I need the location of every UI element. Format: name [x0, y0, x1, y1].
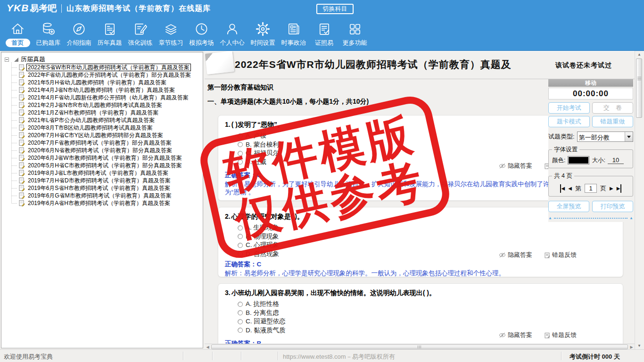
hide-answer-link[interactable]: 隐藏答案: [499, 251, 532, 259]
tree-item[interactable]: 2020年7月H省C市Y区幼儿园教师招聘部分真题及答案: [17, 132, 203, 139]
tree-item-label: 2021年2月J省N市R市幼儿园教师招聘考试真题及答案: [27, 102, 163, 108]
font-color-swatch[interactable]: [568, 156, 589, 165]
tree-item[interactable]: 2021年1月Z省H市教师招聘（学前教育）真题及答案: [17, 109, 203, 116]
toolbar-item-personal-center[interactable]: 个人中心: [217, 17, 248, 50]
submit-paper-button[interactable]: 交 卷: [592, 102, 634, 114]
dropdown-button[interactable]: [625, 132, 633, 141]
start-exam-button[interactable]: 开始考试: [548, 102, 590, 114]
radio-button[interactable]: [238, 151, 243, 156]
tree-item[interactable]: 2019年6月G省M市教师招聘考试（学前教育）真题及答案: [17, 192, 203, 199]
option-row[interactable]: C. 心理现象: [238, 241, 616, 250]
tree-item[interactable]: 2022年S省W市R市幼儿园教师招聘考试（学前教育）真题及答案: [17, 64, 203, 71]
redo-wrong-button[interactable]: 错题重做: [592, 116, 634, 127]
tree-item[interactable]: 2019年8月J省L市教师招聘考试（学前教育）真题及答案: [17, 169, 203, 177]
tree-item[interactable]: 2021年L省P市公办幼儿园教师招聘考试真题及答案: [17, 116, 203, 124]
tree-item[interactable]: 2022年F省幼儿园教师公开招聘考试（学前教育）部分真题及答案: [17, 71, 203, 79]
tree-item-label: 2020年5月H省C市教师招聘考试（学前教育）部分真题及答案: [27, 162, 183, 169]
radio-button[interactable]: [238, 251, 243, 256]
next-page-icon[interactable]: ▶: [610, 184, 613, 193]
tree-item[interactable]: 2019年6月A省H市教师招聘考试（学前教育）真题及答案: [17, 199, 203, 207]
tree-item[interactable]: 2020年8月T市B区幼儿园教师招聘考试真题及答案: [17, 124, 203, 132]
tree-item[interactable]: 2021年4月F省幼儿园新任教师公开招聘（幼儿教育）真题及答案: [17, 94, 203, 101]
toolbar-item-mock-exam[interactable]: 模拟考场: [186, 17, 217, 50]
option-row[interactable]: B. 物理现象: [238, 232, 616, 241]
switch-subject-button[interactable]: 切换科目: [316, 4, 354, 14]
answer-analysis: 解析：易老师分析，心理学是研究心理现象的科学。一般认为，心理现象包括心理过程和个…: [225, 269, 615, 277]
answer-card-mode-button[interactable]: 题卡模式: [548, 116, 590, 127]
option-row[interactable]: A. 抗拒性格: [238, 300, 616, 309]
toolbar-item-home[interactable]: 首页: [2, 17, 33, 50]
horizontal-scrollbar[interactable]: ◀ ▶: [205, 344, 635, 349]
grid-icon: [347, 21, 363, 37]
radio-button[interactable]: [238, 328, 243, 333]
tree-item[interactable]: 2020年6月J省W市教师招聘考试（学前教育）部分真题及答案: [17, 154, 203, 162]
wrong-feedback-link[interactable]: 错题反馈: [545, 251, 577, 259]
scroll-up-icon[interactable]: ▲: [635, 52, 644, 57]
toolbar-item-guide[interactable]: 介绍指南: [64, 17, 94, 50]
tree-item[interactable]: 2019年6月S省H市教师招聘考试（学前教育）真题及答案: [17, 184, 203, 192]
option-row[interactable]: C. 回避型依恋: [238, 317, 616, 326]
tree-item-label: 2019年8月J省L市教师招聘考试（学前教育）真题及答案: [27, 170, 169, 176]
hide-answer-label: 隐藏答案: [508, 162, 532, 170]
toolbar-item-zhengzhaoyi[interactable]: 证照易: [309, 17, 339, 50]
tree-item[interactable]: 2021年4月J省N市幼儿园教师招聘（学前教育）真题及答案: [17, 86, 203, 94]
first-page-icon[interactable]: ◀: [560, 184, 565, 193]
tree-item[interactable]: 2020年6月N省教师招聘考试（学前教育）部分真题及答案: [17, 147, 203, 154]
fullscreen-preview-button[interactable]: 全屏预览: [548, 201, 589, 212]
hide-answer-link[interactable]: 隐藏答案: [499, 331, 532, 339]
scroll-down-icon[interactable]: ▼: [635, 344, 644, 348]
panel-drag-bar[interactable]: 移动: [548, 79, 633, 87]
toolbar-item-past-papers[interactable]: 历年真题: [94, 17, 125, 50]
toolbar-item-training[interactable]: 强化训练: [125, 17, 156, 50]
last-page-icon[interactable]: ▶: [617, 184, 622, 193]
exam-title: 2022年S省W市R市幼儿园教师招聘考试（学前教育）真题及: [235, 58, 512, 71]
scroll-right-icon[interactable]: ▶: [628, 345, 635, 349]
document-pencil-icon: [19, 87, 25, 93]
radio-button[interactable]: [238, 243, 243, 248]
question-type-select[interactable]: 第一部分教: [577, 132, 633, 142]
tree-item-label: 2020年6月J省W市教师招聘考试（学前教育）部分真题及答案: [27, 155, 183, 161]
option-label: A. 生理现象: [246, 223, 279, 232]
radio-button[interactable]: [238, 133, 243, 139]
tree-root-past-papers[interactable]: 历届真题: [5, 56, 203, 63]
horizontal-scrollbar-thumb[interactable]: [211, 345, 628, 349]
radio-button[interactable]: [238, 234, 243, 239]
radio-button[interactable]: [238, 310, 243, 315]
vertical-scrollbar[interactable]: ▲ ▼: [635, 51, 643, 349]
tree-item[interactable]: 2021年2月J省N市R市幼儿园教师招聘考试真题及答案: [17, 101, 203, 109]
prev-page-icon[interactable]: ◀: [568, 184, 572, 193]
tree-item-label: 2021年1月Z省H市教师招聘（学前教育）真题及答案: [27, 109, 159, 116]
scroll-left-icon[interactable]: ◀: [205, 345, 211, 349]
hide-answer-link[interactable]: 隐藏答案: [499, 162, 532, 170]
page-number-input[interactable]: 1: [585, 184, 597, 193]
collapse-icon[interactable]: [5, 58, 9, 62]
triangle-up-icon: ▲: [629, 216, 633, 220]
option-row[interactable]: B. 分离焦虑: [238, 309, 616, 318]
radio-button[interactable]: [238, 319, 243, 324]
radio-button[interactable]: [238, 225, 243, 230]
toolbar-item-current-affairs[interactable]: 时事政治: [278, 17, 309, 50]
tree-item[interactable]: 2020年5月H省C市教师招聘考试（学前教育）部分真题及答案: [17, 162, 203, 169]
radio-button[interactable]: [238, 142, 243, 147]
toolbar-item-time-settings[interactable]: 时间设置: [248, 17, 278, 50]
wrong-feedback-link[interactable]: 错题反馈: [545, 331, 577, 339]
question-body: 小班幼儿刚入园容易哭闹，出现不愉快的情绪。这说明幼儿表现出( )。: [231, 289, 436, 296]
toolbar-item-purchased[interactable]: 已购题库: [33, 17, 64, 50]
tree-item[interactable]: 2020年7月F省教师招聘考试（学前教育）部分真题及答案: [17, 139, 203, 147]
font-size-field[interactable]: 10: [608, 156, 624, 164]
tree-item[interactable]: 2019年7月H省D市教师招聘考试（学前教育）真题及答案: [17, 177, 203, 184]
question-card-3: 3.小班幼儿刚入园容易哭闹，出现不愉快的情绪。这说明幼儿表现出( )。 A. 抗…: [218, 283, 623, 349]
radio-button[interactable]: [238, 159, 243, 165]
panel-collapse-handle[interactable]: ▲ ▲: [548, 216, 633, 220]
welcome-text: 欢迎使用易考宝典: [4, 353, 53, 361]
radio-button[interactable]: [238, 302, 243, 307]
vertical-scrollbar-thumb[interactable]: [636, 58, 642, 118]
tree-item[interactable]: 2021年5月H省幼儿园教师招聘（学前教育）真题及答案: [17, 79, 203, 86]
toolbar-item-chapter-practice[interactable]: 章节练习: [156, 17, 186, 50]
toolbar-item-more[interactable]: 更多功能: [339, 17, 370, 50]
option-row[interactable]: A. 生理现象: [238, 223, 616, 232]
print-preview-button[interactable]: 打印预览: [592, 201, 633, 212]
folder-icon: [14, 58, 18, 62]
document-pencil-icon: [19, 117, 25, 123]
toolbar-item-label: 证照易: [315, 39, 333, 47]
